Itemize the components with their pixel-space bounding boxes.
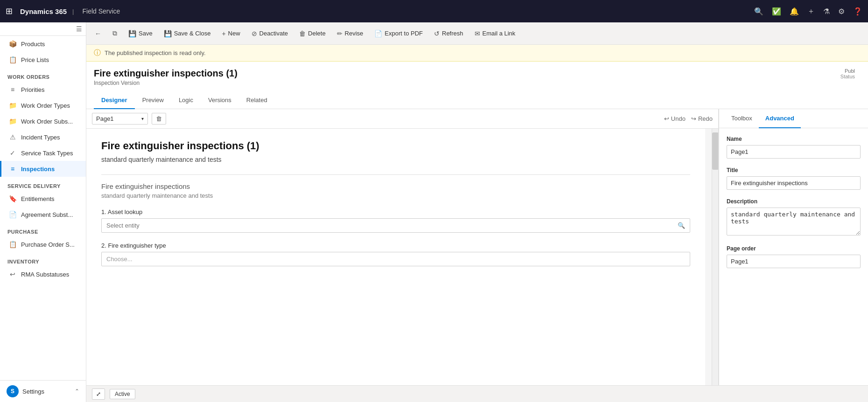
sidebar-section-service-delivery: Service Delivery [0,177,86,191]
question-1-label: 1. Asset lookup [101,208,690,215]
notification-bar: ⓘ The published inspection is read only. [86,45,868,62]
sidebar-item-rma-substatuses[interactable]: ↩ RMA Substatuses [0,266,86,282]
filter-icon[interactable]: ⚗ [823,7,830,16]
sidebar-label-rma-substatuses: RMA Substatuses [21,271,69,278]
notification-text: The published inspection is read only. [105,49,206,56]
top-nav: ⊞ Dynamics 365 | Field Service 🔍 ✅ 🔔 ＋ ⚗… [0,0,868,22]
page-selector[interactable]: Page1 ▾ [92,113,148,125]
email-link-label: Email a Link [483,30,516,37]
sidebar-item-service-task-types[interactable]: ✓ Service Task Types [0,145,86,161]
save-close-button[interactable]: 💾 Save & Close [159,27,216,40]
revise-button[interactable]: ✏ Revise [332,27,368,40]
save-button[interactable]: 💾 Save [124,27,157,40]
sidebar-item-agreement-subst[interactable]: 📄 Agreement Subst... [0,207,86,222]
sidebar-item-incident-types[interactable]: ⚠ Incident Types [0,129,86,145]
delete-page-button[interactable]: 🗑 [152,113,166,125]
sidebar-section-purchase: Purchase [0,222,86,236]
tab-preview[interactable]: Preview [135,92,171,109]
sidebar-item-work-order-subs[interactable]: 📁 Work Order Subs... [0,113,86,129]
tab-versions[interactable]: Versions [201,92,239,109]
undo-redo-controls: ↩ Undo ↪ Redo [664,115,713,122]
panel-field-title: Title [727,167,861,190]
page-title: Fire extinguisher inspections (1) [94,68,238,79]
plus-icon[interactable]: ＋ [807,7,815,16]
work-order-types-icon: 📁 [9,102,16,109]
undo-label: Undo [671,115,686,122]
new-label: New [228,30,240,37]
delete-icon: 🗑 [299,30,306,37]
panel-field-description: Description standard quarterly maintenan… [727,198,861,237]
panel-label-description: Description [727,198,861,205]
refresh-label: Refresh [442,30,463,37]
search-icon[interactable]: 🔍 [754,7,763,16]
copy-button[interactable]: ⧉ [108,27,122,40]
export-pdf-button[interactable]: 📄 Export to PDF [370,27,427,40]
sidebar-item-entitlements[interactable]: 🔖 Entitlements [0,191,86,207]
back-button[interactable]: ← [90,27,106,40]
canvas-toolbar: Page1 ▾ 🗑 ↩ Undo ↪ Redo [86,109,718,129]
help-icon[interactable]: ❓ [853,7,862,16]
sidebar-item-purchase-order-s[interactable]: 📋 Purchase Order S... [0,236,86,252]
bell-icon[interactable]: 🔔 [790,7,799,16]
panel-label-name: Name [727,136,861,142]
sidebar-item-priorities[interactable]: ≡ Priorities [0,82,86,97]
undo-icon: ↩ [664,115,669,122]
module-name: Field Service [82,7,120,15]
email-link-button[interactable]: ✉ Email a Link [470,27,520,40]
sidebar-item-inspections[interactable]: ≡ Inspections [0,161,86,177]
question-2-number: 2. [101,242,108,249]
deactivate-button[interactable]: ⊘ Deactivate [247,27,293,40]
content-area: ← ⧉ 💾 Save 💾 Save & Close + New ⊘ Deacti… [86,22,868,402]
rma-icon: ↩ [9,270,16,278]
redo-label: Redo [698,115,713,122]
sidebar-bottom-settings[interactable]: S Settings ⌃ [0,380,86,402]
delete-button[interactable]: 🗑 Delete [294,27,330,40]
panel-input-page-order[interactable] [727,255,861,268]
canvas-wrapper: Page1 ▾ 🗑 ↩ Undo ↪ Redo [86,109,719,385]
sidebar-label-agreement-subst: Agreement Subst... [21,211,73,218]
sidebar-label-work-order-subs: Work Order Subs... [21,118,73,125]
tab-logic[interactable]: Logic [171,92,201,109]
panel-tab-advanced[interactable]: Advanced [759,109,801,128]
canvas-section-title: Fire extinguisher inspections [101,182,690,190]
canvas-scroll: Fire extinguisher inspections (1) standa… [86,129,712,385]
waffle-icon[interactable]: ⊞ [6,6,13,16]
canvas-scrollbar[interactable] [712,129,718,385]
entitlements-icon: 🔖 [9,195,16,202]
price-lists-icon: 📋 [9,56,16,63]
delete-label: Delete [308,30,326,37]
back-icon: ← [95,30,101,37]
tab-designer[interactable]: Designer [94,92,135,109]
notification-icon: ⓘ [94,49,101,57]
panel-input-title[interactable] [727,176,861,190]
sidebar-item-price-lists[interactable]: 📋 Price Lists [0,52,86,68]
top-nav-actions: 🔍 ✅ 🔔 ＋ ⚗ ⚙ ❓ [754,7,862,16]
sidebar-item-products[interactable]: 📦 Products [0,36,86,52]
purchase-order-icon: 📋 [9,241,16,248]
panel-tab-toolbox[interactable]: Toolbox [725,109,759,128]
question-2-select[interactable]: Choose... [101,252,690,266]
tab-related[interactable]: Related [239,92,275,109]
right-panel: Toolbox Advanced Name Title [719,109,868,385]
panel-label-title: Title [727,167,861,173]
canvas-section-subtitle: standard quarterly maintenance and tests [101,192,690,199]
undo-button[interactable]: ↩ Undo [664,115,686,122]
checkmark-icon[interactable]: ✅ [772,7,781,16]
export-pdf-label: Export to PDF [385,30,423,37]
delete-page-icon: 🗑 [156,115,162,122]
panel-textarea-description[interactable]: standard quarterly maintenance and tests [727,208,861,236]
question-1-input[interactable]: 🔍 [101,218,690,233]
settings-icon[interactable]: ⚙ [838,7,845,16]
deactivate-label: Deactivate [259,30,288,37]
sidebar-item-work-order-types[interactable]: 📁 Work Order Types [0,97,86,113]
panel-input-name[interactable] [727,145,861,159]
refresh-button[interactable]: ↺ Refresh [429,27,468,40]
question-1-search-input[interactable] [106,222,678,229]
canvas-inspection-desc: standard quarterly maintenance and tests [101,156,690,163]
copy-icon: ⧉ [112,29,117,37]
expand-button[interactable]: ⤢ [92,388,105,400]
redo-button[interactable]: ↪ Redo [691,115,713,122]
new-button[interactable]: + New [217,27,245,40]
sidebar-toggle-icon[interactable]: ☰ [76,25,82,33]
panel-label-page-order: Page order [727,245,861,252]
